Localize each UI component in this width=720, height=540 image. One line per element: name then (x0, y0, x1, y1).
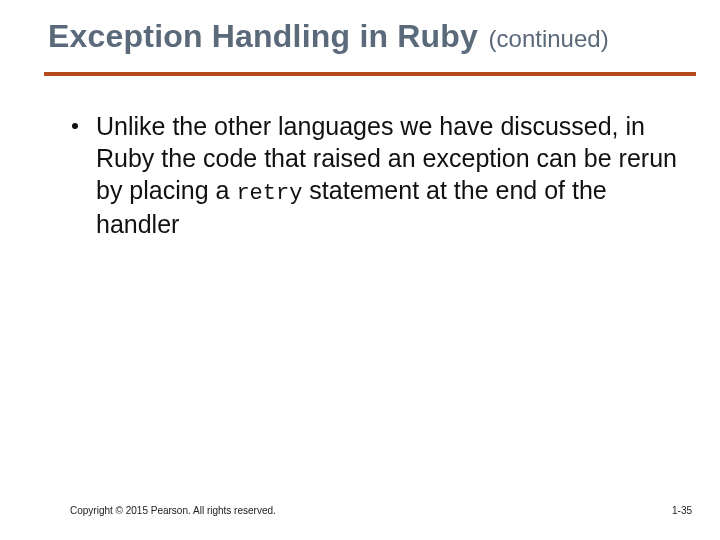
title-main: Exception Handling in Ruby (48, 18, 478, 54)
bullet-icon (72, 123, 78, 129)
slide-title: Exception Handling in Ruby (continued) (48, 18, 700, 55)
page-number: 1-35 (672, 505, 692, 516)
title-continued: (continued) (489, 25, 609, 52)
bullet-text-code: retry (236, 181, 302, 206)
copyright-text: Copyright © 2015 Pearson. All rights res… (70, 505, 276, 516)
slide: Exception Handling in Ruby (continued) U… (0, 0, 720, 540)
list-item: Unlike the other languages we have discu… (70, 110, 680, 240)
bullet-text: Unlike the other languages we have discu… (96, 110, 680, 240)
slide-body: Unlike the other languages we have discu… (70, 110, 680, 240)
title-divider (44, 72, 696, 76)
